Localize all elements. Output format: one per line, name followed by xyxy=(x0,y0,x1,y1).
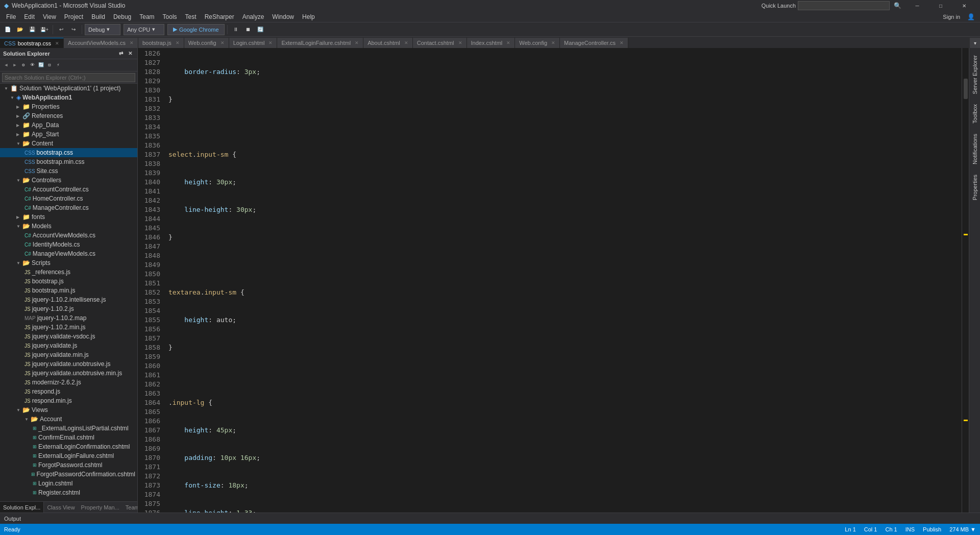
toolbar-undo[interactable]: ↩ xyxy=(56,24,67,35)
tree-item-references[interactable]: ▶ 🔗 References xyxy=(0,111,137,120)
sign-in-link[interactable]: Sign in xyxy=(939,13,964,21)
tree-item-appstart[interactable]: ▶ 📁 App_Start xyxy=(0,130,137,139)
tree-item-manageviewmodels[interactable]: C# ManageViewModels.cs xyxy=(0,249,137,258)
tree-item-respond[interactable]: JS respond.js xyxy=(0,387,137,396)
close-icon[interactable]: ✕ xyxy=(404,40,408,45)
tree-item-identitymodels[interactable]: C# IdentityModels.cs xyxy=(0,240,137,249)
toolbar-pause[interactable]: ⏸ xyxy=(230,24,241,35)
tree-item-site-css[interactable]: CSS Site.css xyxy=(0,166,137,176)
close-icon[interactable]: ✕ xyxy=(220,40,225,45)
menu-project[interactable]: Project xyxy=(60,12,87,21)
status-publish[interactable]: Publish xyxy=(923,526,941,532)
tree-item-login[interactable]: ⊞ Login.cshtml xyxy=(0,479,137,488)
tab-index[interactable]: Index.cshtml ✕ xyxy=(467,38,516,48)
tree-item-forgot-password-confirm[interactable]: ⊞ ForgotPasswordConfirmation.cshtml xyxy=(0,470,137,479)
tree-item-jquery-js[interactable]: JS jquery-1.10.2.js xyxy=(0,304,137,313)
close-icon[interactable]: ✕ xyxy=(176,40,180,45)
tree-item-register[interactable]: ⊞ Register.cshtml xyxy=(0,488,137,497)
tree-item-models[interactable]: ▼ 📂 Models xyxy=(0,222,137,231)
toolbar-open[interactable]: 📂 xyxy=(14,24,26,35)
tree-item-bootstrap-min-js[interactable]: JS bootstrap.min.js xyxy=(0,286,137,295)
menu-window[interactable]: Window xyxy=(268,12,298,21)
tab-about[interactable]: About.cshtml ✕ xyxy=(363,38,413,48)
tree-item-views[interactable]: ▼ 📂 Views xyxy=(0,405,137,415)
tab-property-manager[interactable]: Property Man... xyxy=(78,502,122,513)
tree-item-managecontroller[interactable]: C# ManageController.cs xyxy=(0,203,137,212)
tab-external-login-failure[interactable]: ExternalLoginFailure.cshtml ✕ xyxy=(277,38,363,48)
tab-login-cshtml[interactable]: Login.cshtml ✕ xyxy=(229,38,278,48)
tree-item-jquery-min-js[interactable]: JS jquery-1.10.2.min.js xyxy=(0,323,137,332)
menu-tools[interactable]: Tools xyxy=(159,12,181,21)
se-btn-properties[interactable]: ⚙ xyxy=(19,61,28,69)
menu-build[interactable]: Build xyxy=(87,12,109,21)
tree-item-external-login-failure[interactable]: ⊞ ExternalLoginFailure.cshtml xyxy=(0,451,137,460)
close-icon[interactable]: ✕ xyxy=(130,40,134,45)
minimize-button[interactable]: ─ xyxy=(905,0,929,11)
tree-item-appdata[interactable]: ▶ 📁 App_Data xyxy=(0,120,137,130)
start-button[interactable]: ▶ Google Chrome xyxy=(167,24,225,35)
menu-team[interactable]: Team xyxy=(135,12,158,21)
tab-class-view[interactable]: Class View xyxy=(44,502,78,513)
scrollbar-thumb[interactable] xyxy=(964,79,968,99)
tree-item-jquery-validate[interactable]: JS jquery.validate.js xyxy=(0,341,137,350)
tree-item-bootstrap-js[interactable]: JS bootstrap.js xyxy=(0,277,137,286)
tree-item-accountcontroller[interactable]: C# AccountController.cs xyxy=(0,185,137,194)
tree-item-scripts[interactable]: ▼ 📂 Scripts xyxy=(0,258,137,268)
tree-item-jquery-intellisense[interactable]: JS jquery-1.10.2.intellisense.js xyxy=(0,295,137,304)
menu-debug[interactable]: Debug xyxy=(109,12,135,21)
close-icon[interactable]: ✕ xyxy=(506,40,510,45)
debug-config-dropdown[interactable]: Debug ▾ xyxy=(85,24,120,35)
menu-analyze[interactable]: Analyze xyxy=(238,12,268,21)
tab-bootstrap-css[interactable]: CSS bootstrap.css ✕ xyxy=(0,38,64,48)
tree-item-jquery-validate-min[interactable]: JS jquery.validate.min.js xyxy=(0,350,137,359)
tree-item-jquery-map[interactable]: MAP jquery-1.10.2.map xyxy=(0,313,137,323)
close-icon[interactable]: ✕ xyxy=(55,41,59,46)
se-btn-refresh[interactable]: 🔄 xyxy=(37,61,45,69)
tree-item-project[interactable]: ▼ ◈ WebApplication1 xyxy=(0,93,137,102)
tree-item-external-login-confirmation[interactable]: ⊞ ExternalLoginConfirmation.cshtml xyxy=(0,442,137,451)
scrollbar-track[interactable] xyxy=(962,48,969,513)
toolbar-save-all[interactable]: 💾+ xyxy=(39,24,50,35)
tree-item-account-folder[interactable]: ▼ 📂 Account xyxy=(0,415,137,424)
tree-item-fonts[interactable]: ▶ 📁 fonts xyxy=(0,212,137,222)
toolbar-stop[interactable]: ⏹ xyxy=(242,24,254,35)
tree-item-references-js[interactable]: JS _references.js xyxy=(0,268,137,277)
close-icon[interactable]: ✕ xyxy=(355,40,359,45)
toolbar-restart[interactable]: 🔄 xyxy=(255,24,266,35)
notifications-label[interactable]: Notifications xyxy=(971,129,979,169)
tree-item-external-logins-list[interactable]: ⊞ _ExternalLoginsListPartial.cshtml xyxy=(0,424,137,433)
tab-web-config-1[interactable]: Web.config ✕ xyxy=(184,38,229,48)
tree-item-properties[interactable]: ▶ 📁 Properties xyxy=(0,102,137,111)
se-btn-collapse[interactable]: ⊟ xyxy=(45,61,54,69)
tree-item-bootstrap-min-css[interactable]: CSS bootstrap.min.css xyxy=(0,157,137,166)
se-btn-filter[interactable]: ⚡ xyxy=(54,61,62,69)
toolbar-save[interactable]: 💾 xyxy=(27,24,38,35)
server-explorer-label[interactable]: Server Explorer xyxy=(971,50,979,99)
tab-managecontroller[interactable]: ManageController.cs ✕ xyxy=(560,38,628,48)
close-icon[interactable]: ✕ xyxy=(620,40,624,45)
menu-view[interactable]: View xyxy=(39,12,60,21)
output-label[interactable]: Output xyxy=(4,516,21,522)
tab-bootstrap-js[interactable]: bootstrap.js ✕ xyxy=(138,38,184,48)
platform-dropdown[interactable]: Any CPU ▾ xyxy=(124,24,164,35)
se-close-button[interactable]: ✕ xyxy=(126,50,134,58)
user-icon[interactable]: 👤 xyxy=(964,12,978,21)
tree-item-jquery-validate-vsdoc[interactable]: JS jquery.validate-vsdoc.js xyxy=(0,332,137,341)
tree-item-content[interactable]: ▼ 📂 Content xyxy=(0,139,137,148)
close-icon[interactable]: ✕ xyxy=(551,40,555,45)
tree-item-solution[interactable]: ▼ 📋 Solution 'WebApplication1' (1 projec… xyxy=(0,84,137,93)
tab-overflow-button[interactable]: ▾ xyxy=(970,38,980,48)
se-search-input[interactable] xyxy=(2,73,135,82)
code-editor[interactable]: border-radius: 3px; } select.input-sm { … xyxy=(164,48,962,513)
menu-edit[interactable]: Edit xyxy=(20,12,39,21)
toolbar-new-project[interactable]: 📄 xyxy=(2,24,13,35)
tree-item-forgot-password[interactable]: ⊞ ForgotPassword.cshtml xyxy=(0,460,137,470)
menu-resharper[interactable]: ReSharper xyxy=(201,12,238,21)
tree-item-jquery-validate-unobtrusive-min[interactable]: JS jquery.validate.unobtrusive.min.js xyxy=(0,369,137,378)
maximize-button[interactable]: □ xyxy=(929,0,952,11)
close-icon[interactable]: ✕ xyxy=(458,40,462,45)
quick-launch-input[interactable] xyxy=(798,1,890,10)
tree-item-accountviewmodels[interactable]: C# AccountViewModels.cs xyxy=(0,231,137,240)
tree-item-respond-min[interactable]: JS respond.min.js xyxy=(0,396,137,405)
tab-web-config-2[interactable]: Web.config ✕ xyxy=(515,38,560,48)
